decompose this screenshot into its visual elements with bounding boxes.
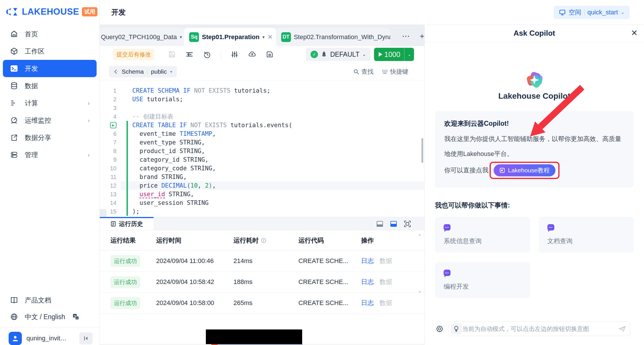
workspace-value: quick_start <box>587 9 618 16</box>
panel-split-layout-icon[interactable] <box>390 220 397 228</box>
history-icon[interactable] <box>203 51 211 58</box>
code-line[interactable]: 2USE tutorials; <box>100 95 424 104</box>
code-line[interactable]: 14 user_session STRING <box>100 199 424 207</box>
panel-fullscreen-icon[interactable] <box>404 220 411 228</box>
schema-selector[interactable]: Schema public ▾ <box>109 66 177 77</box>
code-line[interactable]: 12 price DECIMAL(10, 2), <box>100 181 424 190</box>
code-line[interactable]: 15); <box>100 207 424 216</box>
file-tab-step02[interactable]: DT Step02.Transformation_With_Dynamic <box>276 28 390 46</box>
code-line[interactable]: 1CREATE SCHEMA IF NOT EXISTS tutorials; <box>100 86 424 95</box>
share-icon <box>10 133 18 142</box>
guide-icon <box>499 167 505 173</box>
run-history-row[interactable]: 运行成功 2024/09/04 10:58:00 265ms CREATE SC… <box>100 293 424 314</box>
code-text: USE tutorials; <box>120 95 424 104</box>
close-icon[interactable]: ✕ <box>631 28 638 38</box>
chevron-down-icon[interactable]: ⌄ <box>405 52 414 57</box>
sidebar-item-develop[interactable]: 开发 <box>3 60 97 77</box>
copilot-input-box[interactable] <box>448 322 630 336</box>
log-link[interactable]: 日志 <box>361 257 374 265</box>
lakehouse-tutorial-button[interactable]: Lakehouse教程 <box>494 164 555 176</box>
chevron-down-icon[interactable]: ▾ <box>180 35 182 40</box>
data-link: 数据 <box>379 257 392 265</box>
status-check-icon: ✓ <box>310 51 318 58</box>
copilot-text-input[interactable] <box>462 325 618 333</box>
schema-label: Schema <box>122 68 144 75</box>
new-tab-button[interactable]: + <box>420 32 424 41</box>
language-switch[interactable]: 中文 / English 文A <box>0 308 99 325</box>
sidebar-item-compute[interactable]: 计算 › <box>3 94 97 112</box>
sidebar-nav: 首页 工作区 开发 数据 <box>0 25 99 163</box>
run-range-gutter <box>126 121 128 216</box>
sidebar-item-data-share[interactable]: 数据分享 <box>3 129 97 146</box>
chevron-down-icon[interactable]: ▾ <box>262 35 265 40</box>
gear-icon[interactable] <box>436 325 444 333</box>
card-system-info[interactable]: ••• 系统信息查询 <box>435 217 530 253</box>
collapse-left-icon <box>114 69 118 74</box>
run-button[interactable]: 1000 ⌄ <box>374 48 414 61</box>
hotkeys-button[interactable]: 快捷键 <box>382 68 408 76</box>
sidebar-item-label: 首页 <box>25 30 38 39</box>
find-button[interactable]: 查找 <box>353 68 373 76</box>
chat-bubble-icon: ••• <box>444 270 451 276</box>
file-tab-step01[interactable]: Sq Step01.Preparation ▾ ✕ <box>184 28 276 46</box>
panel-collapsed-layout-icon[interactable] <box>376 220 384 228</box>
suggestion-cards: ••• 系统信息查询 ••• 文档查询 ••• 编程开发 <box>435 217 634 298</box>
tab-run-history[interactable]: 运行历史 <box>100 217 154 230</box>
log-link[interactable]: 日志 <box>361 299 374 307</box>
intent-mode-button[interactable] <box>451 323 462 334</box>
sidebar-item-home[interactable]: 首页 <box>3 25 97 43</box>
sidebar-item-manage[interactable]: 管理 › <box>3 146 97 163</box>
trial-badge: 试用 <box>82 7 97 16</box>
sidebar-item-ops-monitor[interactable]: 运维监控 › <box>3 112 97 129</box>
file-settings-icon[interactable] <box>266 51 273 58</box>
run-history-row[interactable]: 运行成功 2024/09/04 11:00:46 214ms CREATE SC… <box>100 251 424 272</box>
code-text: user_session STRING <box>120 199 424 207</box>
editor-vertical-scrollbar[interactable] <box>421 138 423 163</box>
sidebar-item-workspace[interactable]: 工作区 <box>3 43 97 60</box>
code-line[interactable]: 10 category_code STRING, <box>100 164 424 173</box>
tab-overflow-button[interactable]: ⋯ <box>402 31 410 41</box>
sidebar-item-label: 计算 <box>25 99 38 108</box>
file-tab-query02[interactable]: Query02_TPCH100g_Data ▾ ✕ <box>100 28 184 46</box>
scroll-down-arrow[interactable]: ▼ <box>418 290 421 294</box>
brand-logo[interactable]: LAKEHOUSE 试用 <box>0 0 99 17</box>
card-programming[interactable]: ••• 编程开发 <box>435 262 530 298</box>
sql-editor[interactable]: 1CREATE SCHEMA IF NOT EXISTS tutorials;2… <box>100 81 424 217</box>
svg-text:A: A <box>76 317 78 320</box>
settings-sliders-icon[interactable] <box>231 51 238 58</box>
line-number: 8 <box>100 147 120 155</box>
save-icon[interactable] <box>168 51 176 58</box>
card-label: 系统信息查询 <box>444 237 522 245</box>
run-statement-button[interactable]: ▶ <box>110 122 116 128</box>
data-link: 数据 <box>379 278 392 286</box>
code-line[interactable]: 4-- 创建目标表 <box>100 112 424 121</box>
cluster-selector[interactable]: ✓ DEFAULT ⌄ <box>306 48 370 61</box>
code-text: category_code STRING, <box>120 164 424 173</box>
active-tab-indicator <box>100 217 154 218</box>
scroll-up-arrow[interactable]: ▲ <box>418 232 421 237</box>
chevron-down-icon: ⌄ <box>362 52 366 57</box>
card-doc-query[interactable]: ••• 文档查询 <box>539 217 634 253</box>
code-line[interactable]: 8 product_id STRING, <box>100 147 424 155</box>
log-link[interactable]: 日志 <box>361 278 374 286</box>
code-line[interactable]: 6 event_time TIMESTAMP, <box>100 129 424 138</box>
code-lines: 1CREATE SCHEMA IF NOT EXISTS tutorials;2… <box>100 86 424 216</box>
code-line[interactable]: 9 category_id STRING, <box>100 155 424 164</box>
sidebar-collapse-button[interactable] <box>79 332 93 344</box>
product-docs-label: 产品文档 <box>25 296 51 305</box>
code-line[interactable]: ▶CREATE TABLE IF NOT EXISTS tutorials.ev… <box>100 121 424 129</box>
user-account-row[interactable]: quning_invitati... <box>0 328 99 345</box>
run-history-row[interactable]: 运行成功 2024/09/04 10:58:42 188ms CREATE SC… <box>100 272 424 293</box>
card-label: 文档查询 <box>547 237 625 245</box>
sidebar-item-data[interactable]: 数据 <box>3 77 97 94</box>
product-docs-link[interactable]: 产品文档 <box>0 292 99 308</box>
code-line[interactable]: 11 brand STRING, <box>100 173 424 181</box>
close-icon[interactable]: ✕ <box>267 33 273 41</box>
code-line[interactable]: 13 user_id STRING, <box>100 190 424 199</box>
workspace-selector[interactable]: 空间 quick_start ⌄ <box>554 6 630 19</box>
code-line[interactable]: 7 event_type STRING, <box>100 138 424 147</box>
send-icon[interactable] <box>618 325 626 332</box>
cloud-upload-icon[interactable] <box>248 50 256 58</box>
code-line[interactable]: 3 <box>100 104 424 112</box>
submit-icon[interactable] <box>185 50 193 58</box>
